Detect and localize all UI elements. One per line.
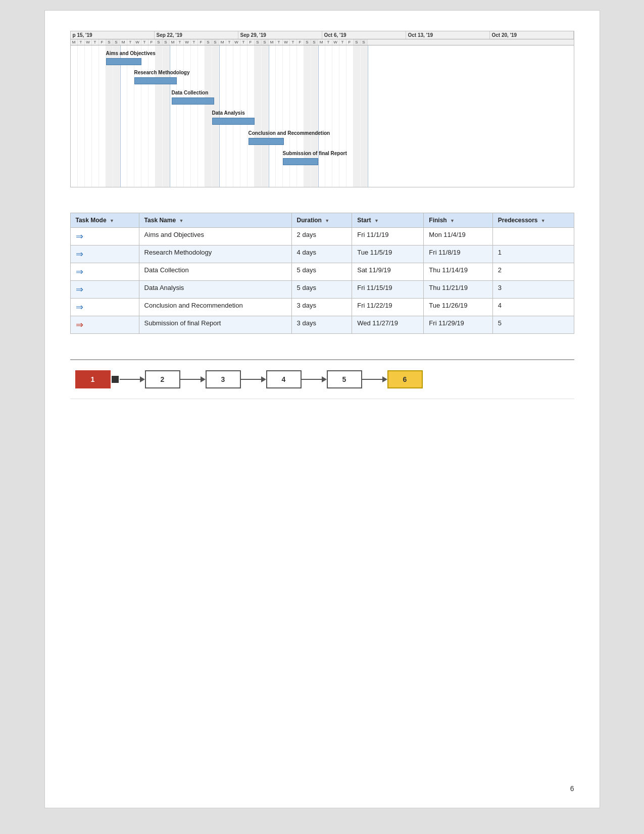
- day: S: [163, 39, 170, 45]
- cell-duration: 3 days: [291, 299, 352, 316]
- day: S: [106, 39, 113, 45]
- day: T: [78, 39, 85, 45]
- cell-mode: ⇒: [70, 281, 139, 299]
- cell-duration: 3 days: [291, 316, 352, 334]
- day: T: [92, 39, 99, 45]
- gantt-bar-5: [249, 138, 284, 145]
- arrow-head: [322, 376, 327, 382]
- day: S: [156, 39, 163, 45]
- day: T: [276, 39, 283, 45]
- network-connector: [112, 376, 119, 383]
- gantt-bar-6: [283, 158, 318, 165]
- day: S: [205, 39, 212, 45]
- day: F: [247, 39, 255, 45]
- cell-predecessors: 3: [492, 281, 574, 299]
- cell-mode: ⇒: [70, 316, 139, 334]
- gantt-line: [368, 45, 368, 187]
- col-header-predecessors: Predecessors ▼: [492, 213, 574, 228]
- task-mode-icon: ⇒: [76, 320, 83, 330]
- day: T: [240, 39, 247, 45]
- table-row: ⇒Data Analysis5 daysFri 11/15/19Thu 11/2…: [70, 281, 574, 299]
- col-header-finish: Finish ▼: [424, 213, 492, 228]
- col-header-mode: Task Mode ▼: [70, 213, 139, 228]
- period-5: Oct 13, '19: [406, 31, 490, 39]
- gantt-bar-1: [106, 58, 141, 65]
- cell-finish: Fri 11/8/19: [424, 246, 492, 263]
- network-arrow-2: [180, 376, 206, 382]
- cell-duration: 4 days: [291, 246, 352, 263]
- day: F: [198, 39, 205, 45]
- network-node-4: 4: [266, 370, 302, 388]
- day: W: [332, 39, 339, 45]
- cell-predecessors: 4: [492, 299, 574, 316]
- day: F: [297, 39, 304, 45]
- gantt-line: [219, 45, 220, 187]
- gantt-line: [170, 45, 170, 187]
- cell-predecessors: 2: [492, 263, 574, 281]
- arrow-line: [180, 379, 201, 380]
- col-header-start: Start ▼: [352, 213, 424, 228]
- sort-icon-pred: ▼: [541, 218, 546, 223]
- task-label-6: Submission of final Report: [283, 151, 347, 156]
- day: M: [269, 39, 276, 45]
- gantt-day-row: M T W T F S S M T W T F S S M T W T F S …: [71, 39, 574, 45]
- day: W: [85, 39, 92, 45]
- day: S: [354, 39, 361, 45]
- day: M: [170, 39, 177, 45]
- cell-finish: Mon 11/4/19: [424, 228, 492, 246]
- table-row: ⇒Conclusion and Recommendetion3 daysFri …: [70, 299, 574, 316]
- cell-start: Fri 11/1/19: [352, 228, 424, 246]
- day: W: [134, 39, 141, 45]
- cell-predecessors: [492, 228, 574, 246]
- day: S: [212, 39, 219, 45]
- arrow-head: [382, 376, 387, 382]
- day: M: [120, 39, 127, 45]
- day: W: [233, 39, 240, 45]
- cell-finish: Thu 11/21/19: [424, 281, 492, 299]
- cell-finish: Fri 11/29/19: [424, 316, 492, 334]
- day: S: [255, 39, 262, 45]
- cell-duration: 2 days: [291, 228, 352, 246]
- table-row: ⇒Research Methodology4 daysTue 11/5/19Fr…: [70, 246, 574, 263]
- sort-icon-duration: ▼: [325, 218, 329, 223]
- task-label-4: Data Analysis: [212, 110, 245, 116]
- day: T: [290, 39, 297, 45]
- day: T: [325, 39, 332, 45]
- network-node-2: 2: [145, 370, 180, 388]
- cell-name: Conclusion and Recommendetion: [139, 299, 291, 316]
- cell-start: Fri 11/15/19: [352, 281, 424, 299]
- network-arrow-4: [302, 376, 327, 382]
- gantt-line: [120, 45, 121, 187]
- day: M: [318, 39, 325, 45]
- day: W: [184, 39, 191, 45]
- gantt-line: [269, 45, 269, 187]
- cell-finish: Thu 11/14/19: [424, 263, 492, 281]
- task-table: Task Mode ▼ Task Name ▼ Duration ▼ Start…: [70, 213, 574, 334]
- day: S: [361, 39, 368, 45]
- cell-name: Data Collection: [139, 263, 291, 281]
- network-section: 1 2 3 4: [70, 359, 574, 399]
- network-diagram: 1 2 3 4: [75, 370, 569, 388]
- day: S: [304, 39, 311, 45]
- gantt-period-row: p 15, '19 Sep 22, '19 Sep 29, '19 Oct 6,…: [71, 31, 574, 39]
- period-2: Sep 22, '19: [155, 31, 238, 39]
- table-row: ⇒Aims and Objectives2 daysFri 11/1/19Mon…: [70, 228, 574, 246]
- cell-name: Research Methodology: [139, 246, 291, 263]
- gantt-bar-3: [172, 97, 214, 105]
- cell-start: Sat 11/9/19: [352, 263, 424, 281]
- day: W: [283, 39, 290, 45]
- cell-mode: ⇒: [70, 228, 139, 246]
- gantt-grid: [71, 45, 574, 187]
- cell-name: Submission of final Report: [139, 316, 291, 334]
- network-node-1: 1: [75, 370, 111, 388]
- col-header-duration: Duration ▼: [291, 213, 352, 228]
- cell-name: Aims and Objectives: [139, 228, 291, 246]
- arrow-line: [120, 379, 140, 380]
- task-mode-icon: ⇒: [76, 231, 83, 241]
- arrow-line: [302, 379, 322, 380]
- task-label-3: Data Collection: [172, 90, 209, 95]
- network-node-6: 6: [387, 370, 423, 388]
- page: p 15, '19 Sep 22, '19 Sep 29, '19 Oct 6,…: [44, 10, 600, 808]
- gantt-body: Aims and Objectives Research Methodology…: [71, 45, 574, 187]
- day: T: [339, 39, 346, 45]
